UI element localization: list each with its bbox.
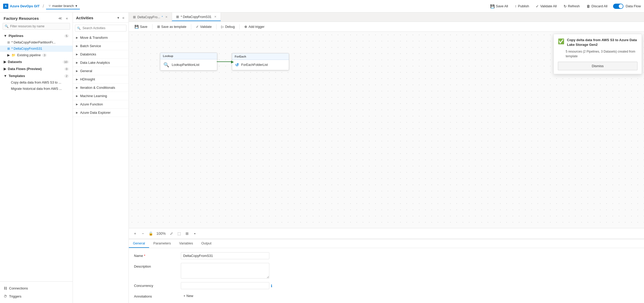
zoom-100-label: 100% [156, 231, 166, 236]
activity-item-0[interactable]: ▶ Move & Transform [73, 34, 129, 42]
connector-line [217, 61, 232, 62]
props-tab-parameters[interactable]: Parameters [149, 239, 175, 248]
chevron-right-icon: ▶ [7, 53, 10, 57]
save-as-template-button[interactable]: ⊞ Save as template [155, 23, 189, 30]
validate-button[interactable]: ✓ Validate [193, 23, 214, 30]
expand-icon[interactable]: « [65, 16, 69, 21]
template-item-0[interactable]: Copy delta data from AWS S3 to ... [0, 79, 73, 86]
description-textarea[interactable] [181, 263, 269, 279]
lock-button[interactable]: 🔒 [147, 230, 154, 237]
activity-item-6[interactable]: ▶ Iteration & Conditionals [73, 84, 129, 92]
activity-item-2[interactable]: ▶ Databricks [73, 50, 129, 59]
toast-dismiss-button[interactable]: Dismiss [558, 62, 637, 70]
activity-label-8: Azure Function [80, 102, 103, 106]
activities-collapse-icon[interactable]: ▾ [116, 15, 120, 20]
toast-check-icon: ✅ [558, 38, 564, 45]
pipeline-item-0[interactable]: ⊞ * DeltaCopyFolderPartitionFr... [0, 39, 73, 46]
brand-label: Azure DevOps GIT [10, 4, 40, 8]
tab-1[interactable]: ⊞ * DeltaCopyFromS31 ✕ [172, 12, 221, 22]
add-trigger-button[interactable]: ⊕ Add trigger [242, 23, 267, 30]
concurrency-input[interactable] [181, 282, 269, 289]
save-as-template-label: Save as template [161, 25, 187, 29]
discard-all-button[interactable]: 🗑 Discard All [583, 3, 610, 10]
azure-icon: A [3, 4, 8, 9]
grid-button[interactable]: ⊞ [183, 230, 191, 237]
zoom-out-button[interactable]: − [139, 230, 146, 237]
description-label: Description [134, 263, 176, 268]
templates-section-header[interactable]: ▼ Templates 2 [0, 72, 73, 79]
templates-section-left: ▼ Templates [4, 74, 25, 78]
add-annotation-button[interactable]: + New [181, 293, 196, 299]
zoom-in-button[interactable]: + [131, 230, 139, 237]
tab-icon-0: ⊞ [133, 15, 136, 19]
activity-item-1[interactable]: ▶ Batch Service [73, 42, 129, 50]
pipeline-item-1[interactable]: ⊞ * DeltaCopyFromS31 [0, 46, 73, 52]
pipeline-label-1: * DeltaCopyFromS31 [11, 47, 42, 51]
activity-item-5[interactable]: ▶ HDInsight [73, 75, 129, 84]
validate-all-label: Validate All [540, 4, 557, 8]
top-bar: A Azure DevOps GIT / ⑂ master branch ▾ 💾… [0, 0, 644, 12]
existing-pipeline-label: Existing pipeline [17, 53, 41, 57]
datasets-count: 10 [63, 60, 69, 64]
canvas-bottom-toolbar: + − 🔒 100% ⤢ ⬚ ⊞ ▪ [129, 228, 644, 239]
annotations-label: Annotations [134, 293, 176, 298]
tab-0[interactable]: ⊞ DeltaCopyFro... * ✕ [129, 12, 172, 22]
lookup-icon: 🔍 [163, 62, 169, 68]
minimap-icon: ▪ [194, 231, 195, 236]
debug-label: Debug [225, 25, 235, 29]
connections-item[interactable]: ⛓ Connections [0, 284, 73, 292]
tab-icon-1: ⊞ [176, 15, 179, 19]
tab-close-1[interactable]: ✕ [214, 15, 216, 18]
node-foreach[interactable]: ForEach ↺ ForEachFolderList [232, 53, 289, 70]
activity-item-3[interactable]: ▶ Data Lake Analytics [73, 59, 129, 67]
filter-search-icon: 🔍 [5, 24, 9, 28]
activity-item-9[interactable]: ▶ Azure Data Explorer [73, 109, 129, 117]
grid-icon: ⊞ [186, 231, 189, 236]
dataflows-count: 0 [64, 67, 69, 71]
activity-item-4[interactable]: ▶ General [73, 67, 129, 75]
name-input[interactable] [181, 252, 269, 259]
branch-label: master branch [52, 4, 74, 8]
add-trigger-icon: ⊕ [244, 25, 247, 29]
template-item-1[interactable]: Migrate historical data from AWS ... [0, 86, 73, 92]
publish-button[interactable]: ↑ Publish [512, 3, 532, 10]
refresh-button[interactable]: ↻ Refresh [560, 3, 583, 10]
save-template-icon: ⊞ [157, 25, 160, 29]
zoom-100-button[interactable]: 100% [155, 230, 167, 237]
activity-item-8[interactable]: ▶ Azure Function [73, 100, 129, 109]
validate-all-button[interactable]: ✓ Validate All [533, 3, 560, 10]
data-flow-toggle[interactable] [613, 4, 623, 9]
add-trigger-label: Add trigger [248, 25, 264, 29]
tab-close-0[interactable]: ✕ [165, 15, 168, 19]
branch-selector[interactable]: ⑂ master branch ▾ [46, 3, 80, 9]
info-icon[interactable]: ℹ [271, 284, 272, 288]
canvas[interactable]: Lookup 🔍 LookupPartitionList ForEach ↺ F… [129, 32, 644, 228]
props-tab-variables[interactable]: Variables [175, 239, 197, 248]
filter-resources-input[interactable] [3, 23, 70, 30]
dataflows-section-header[interactable]: ▶ Data Flows (Preview) 0 [0, 65, 73, 72]
select-button[interactable]: ⬚ [176, 230, 183, 237]
activities-search-input[interactable] [75, 25, 126, 31]
datasets-section-header[interactable]: ▶ Datasets 10 [0, 58, 73, 65]
props-tab-output[interactable]: Output [197, 239, 216, 248]
foreach-icon: ↺ [235, 62, 239, 67]
save-button[interactable]: 💾 Save [132, 23, 150, 30]
triggers-item[interactable]: ⏱ Triggers [0, 292, 73, 300]
props-tab-general[interactable]: General [129, 239, 149, 248]
git-icon: ⑂ [49, 4, 51, 8]
activities-close-icon[interactable]: « [121, 15, 125, 20]
pipelines-section-header[interactable]: ▼ Pipelines 5 [0, 32, 73, 39]
fit-button[interactable]: ⤢ [168, 230, 175, 237]
select-icon: ⬚ [177, 231, 181, 236]
existing-pipeline-item[interactable]: ▶ 📁 Existing pipeline 3 [0, 52, 73, 58]
activity-chevron-5: ▶ [76, 78, 78, 81]
activity-chevron-2: ▶ [76, 53, 78, 56]
save-all-button[interactable]: 💾 Save All [487, 3, 511, 10]
activity-item-7[interactable]: ▶ Machine Learning [73, 92, 129, 100]
collapse-icon[interactable]: ≪ [57, 16, 63, 21]
minimap-button[interactable]: ▪ [191, 230, 199, 237]
debug-button[interactable]: ▷ Debug [219, 23, 237, 30]
node-lookup[interactable]: Lookup 🔍 LookupPartitionList [160, 53, 217, 71]
notification-toast: ✅ Copy delta data from AWS S3 to Azure D… [553, 34, 642, 74]
activity-label-4: General [80, 69, 92, 73]
